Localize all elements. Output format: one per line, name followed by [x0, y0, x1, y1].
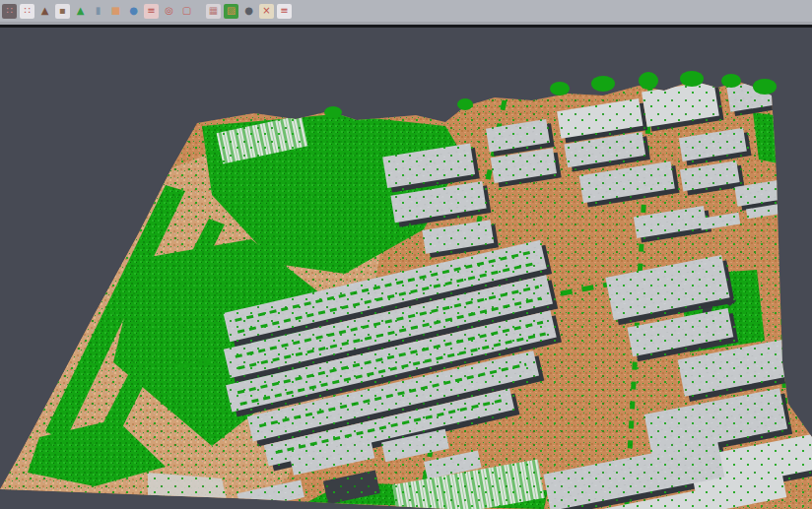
vegetation-icon-glyph: ▲ — [73, 4, 88, 19]
terrain-icon-glyph: ▲ — [37, 4, 52, 19]
extent-icon-glyph: ▢ — [179, 4, 194, 19]
delete-icon[interactable]: × — [259, 4, 274, 19]
profile-icon-glyph: ▮ — [91, 4, 105, 19]
classification-icon-glyph: ▨ — [224, 4, 238, 19]
layers-icon-glyph: ≡ — [144, 4, 159, 19]
terrain-icon[interactable]: ▲ — [37, 4, 52, 19]
application-window: ∷∷▲▪▲▮■●≡◎▢▦▨●×≡ — [0, 0, 812, 509]
profile-icon[interactable]: ▮ — [91, 4, 105, 19]
mesh-icon[interactable]: ● — [241, 4, 256, 19]
keypoints-icon[interactable]: ∷ — [20, 4, 34, 19]
dsm-icon[interactable]: ▪ — [55, 4, 70, 19]
settings-icon[interactable]: ◎ — [162, 4, 176, 19]
point-cloud-icon-glyph: ∷ — [2, 4, 17, 19]
point-cloud-icon[interactable]: ∷ — [2, 4, 17, 19]
settings-icon-glyph: ◎ — [162, 4, 176, 19]
grid-icon-glyph: ▦ — [206, 4, 221, 19]
toolbar: ∷∷▲▪▲▮■●≡◎▢▦▨●×≡ — [0, 0, 812, 22]
delete-icon-glyph: × — [259, 4, 274, 19]
keypoints-icon-glyph: ∷ — [20, 4, 34, 19]
orthophoto-icon[interactable]: ■ — [108, 4, 123, 19]
globe-icon[interactable]: ● — [126, 4, 141, 19]
mesh-icon-glyph: ● — [241, 4, 256, 19]
orthophoto-icon-glyph: ■ — [108, 4, 123, 19]
extent-icon[interactable]: ▢ — [179, 4, 194, 19]
layers-icon[interactable]: ≡ — [144, 4, 159, 19]
globe-icon-glyph: ● — [126, 4, 141, 19]
flag-icon-glyph: ≡ — [277, 4, 292, 19]
classification-icon[interactable]: ▨ — [224, 4, 238, 19]
vegetation-icon[interactable]: ▲ — [73, 4, 88, 19]
grid-icon[interactable]: ▦ — [206, 4, 221, 19]
scene-3d-view[interactable] — [0, 28, 812, 509]
viewport-3d[interactable] — [0, 28, 812, 509]
dsm-icon-glyph: ▪ — [55, 4, 70, 19]
flag-icon[interactable]: ≡ — [277, 4, 292, 19]
